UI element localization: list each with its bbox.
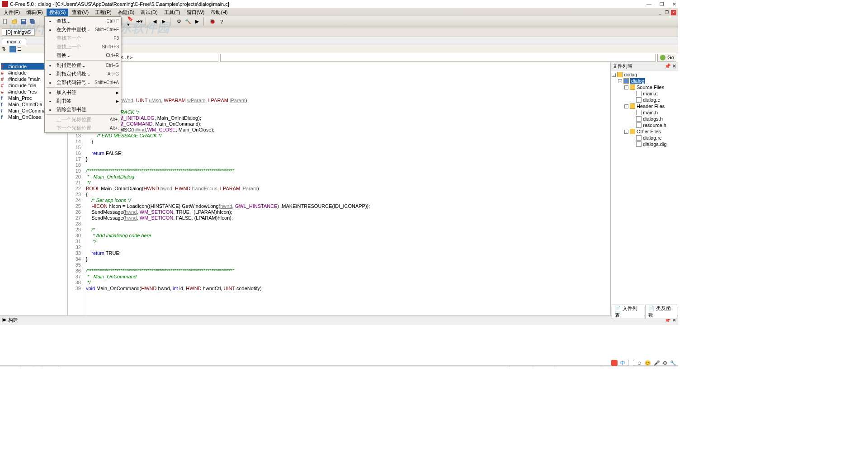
maximize-button[interactable]: ❐: [660, 1, 664, 7]
close-button[interactable]: ✕: [672, 1, 676, 7]
menu-item[interactable]: ▪到指定代码处...Alt+G: [45, 70, 121, 78]
mdi-controls: _ ❐ ×: [657, 10, 676, 15]
tray-tool-icon[interactable]: 🔧: [670, 360, 676, 366]
project-tree[interactable]: -dialog-dialog-Source Filesmain.cdialog.…: [611, 70, 678, 307]
project-icon: [623, 78, 629, 84]
menu-item: 查找下一个F3: [45, 34, 121, 42]
right-tab-0[interactable]: 📄 文件列表: [612, 305, 644, 319]
status-eol: DOS: [533, 366, 555, 367]
debug-icon[interactable]: 🐞: [209, 18, 216, 25]
tree-node[interactable]: -dialog: [612, 78, 677, 84]
tree-node[interactable]: dialogs.h: [612, 116, 677, 122]
menu-1[interactable]: 编辑(E): [24, 9, 46, 16]
search-icon: ▪: [47, 19, 54, 24]
menu-5[interactable]: 构建(B): [115, 9, 137, 16]
tray-smile-icon[interactable]: ☺: [637, 360, 642, 366]
symbols-icon: ▪: [47, 80, 54, 85]
menu-item[interactable]: ▪到指定位置...Ctrl+G: [45, 61, 121, 70]
mdi-close-icon[interactable]: ×: [671, 10, 676, 15]
output-body[interactable]: [0, 324, 678, 358]
tree-view-icon[interactable]: ☰: [17, 46, 24, 52]
run-icon[interactable]: ▶: [193, 18, 201, 25]
tray-ime-icon[interactable]: [611, 360, 618, 366]
panel-pin-icon[interactable]: 📌 ✕: [665, 63, 676, 69]
tree-node[interactable]: -Other Files: [612, 128, 677, 135]
nav-back-icon[interactable]: ◀: [151, 18, 158, 25]
compile-icon[interactable]: ⚙: [175, 18, 183, 25]
bookmark-clear-icon: ▪: [47, 107, 54, 113]
menu-item[interactable]: ▪到书签▶: [45, 97, 121, 105]
file-icon: [636, 110, 642, 115]
menu-8[interactable]: 窗口(W): [184, 9, 208, 16]
menu-item[interactable]: ▪查找...Ctrl+F: [45, 17, 121, 25]
goto-code-icon: ▪: [47, 71, 54, 77]
fn-icon: f: [1, 114, 6, 120]
inc-icon: #: [1, 64, 6, 69]
bookmark-go-icon: ▪: [47, 99, 54, 104]
tray-keyboard-icon[interactable]: [628, 360, 634, 366]
list-view-icon[interactable]: ≡: [9, 46, 16, 52]
save-icon[interactable]: [20, 18, 27, 25]
folder-icon: [630, 85, 635, 90]
inc-icon: #: [1, 89, 6, 94]
tree-node[interactable]: -Header Files: [612, 103, 677, 109]
file-icon: [636, 141, 642, 147]
fn-icon: f: [1, 102, 6, 107]
tray-lang-icon[interactable]: 中: [620, 360, 625, 367]
folder-icon: [630, 103, 635, 109]
menu-0[interactable]: 文件(F): [1, 9, 23, 16]
tray-emoji-icon[interactable]: 😊: [645, 360, 651, 366]
tree-node[interactable]: dialogs.dlg: [612, 141, 677, 147]
output-title[interactable]: 构建: [8, 317, 18, 323]
inc-icon: #: [1, 70, 6, 75]
tree-node[interactable]: -Source Files: [612, 84, 677, 90]
menu-6[interactable]: 调试(D): [138, 9, 160, 16]
menu-item[interactable]: ▪加入书签▶: [45, 88, 121, 97]
new-file-icon[interactable]: [2, 18, 9, 25]
tray-mic-icon[interactable]: 🎤: [654, 360, 660, 366]
folder-icon: [630, 129, 635, 134]
mdi-minimize-icon[interactable]: _: [657, 10, 663, 15]
go-button[interactable]: 🟢 Go: [657, 54, 676, 62]
nav-fwd-icon[interactable]: ▶: [160, 18, 167, 25]
goto-bookmark-icon[interactable]: ➜▾: [136, 18, 143, 25]
tab-main-c[interactable]: main.c: [2, 38, 26, 45]
menu-item[interactable]: ▪清除全部书签: [45, 105, 121, 114]
tree-node[interactable]: dialog.c: [612, 97, 677, 103]
menu-item[interactable]: ▪全部代码符号...Shift+Ctrl+A: [45, 78, 121, 87]
build-icon[interactable]: 🔨: [184, 18, 192, 25]
minimize-button[interactable]: —: [646, 1, 651, 7]
tree-node[interactable]: main.h: [612, 109, 677, 116]
menu-2[interactable]: 搜索(S): [47, 9, 69, 16]
tree-node[interactable]: main.c: [612, 90, 677, 97]
menu-7[interactable]: 工具(T): [161, 9, 183, 16]
search-menu-dropdown: ▪查找...Ctrl+F▪在文件中查找...Shift+Ctrl+F查找下一个F…: [44, 16, 121, 133]
svg-rect-4: [31, 20, 35, 24]
tree-node[interactable]: resource.h: [612, 122, 677, 128]
mdi-restore-icon[interactable]: ❐: [664, 10, 670, 15]
menu-3[interactable]: 查看(V): [69, 9, 91, 16]
bookmark-icon[interactable]: 🔖▾: [127, 18, 134, 25]
save-all-icon[interactable]: [29, 18, 36, 25]
menu-9[interactable]: 帮助(H): [208, 9, 230, 16]
right-tab-1[interactable]: 📄 类及函数: [645, 305, 678, 319]
fn-icon: f: [1, 95, 6, 101]
open-icon[interactable]: [11, 18, 18, 25]
help-icon[interactable]: ?: [218, 18, 225, 25]
file-icon: [636, 135, 642, 141]
sort-icon[interactable]: ⇅: [2, 46, 8, 52]
tree-node[interactable]: dialog.rc: [612, 135, 677, 141]
file-icon: [636, 122, 642, 128]
fn-icon: f: [1, 108, 6, 113]
menu-item[interactable]: 替换...Ctrl+R: [45, 51, 121, 60]
menu-4[interactable]: 工程(P): [92, 9, 114, 16]
symbol-combo[interactable]: [220, 54, 656, 62]
tree-node[interactable]: -dialog: [612, 71, 677, 78]
workspace-icon: [617, 72, 623, 77]
window-title: C-Free 5.0 : dialog - [C:\Users\ASUS\App…: [10, 1, 646, 7]
tray-settings-icon[interactable]: ⚙: [663, 360, 667, 366]
titlebar: C-Free 5.0 : dialog - [C:\Users\ASUS\App…: [0, 0, 678, 8]
code-area[interactable]: ws.h>wsx.h>h"gs.h"rce.h"n_Proc(HWND hWnd…: [84, 62, 610, 315]
compiler-label[interactable]: [D] mingw5: [2, 28, 35, 36]
menu-item[interactable]: ▪在文件中查找...Shift+Ctrl+F: [45, 25, 121, 34]
